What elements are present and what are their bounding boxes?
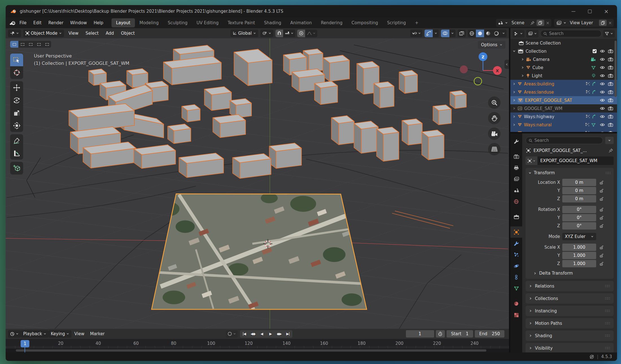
hide-eye-icon[interactable] (600, 74, 605, 78)
playback-menu[interactable]: Playback (21, 330, 49, 338)
current-frame-field[interactable]: 1 (406, 330, 434, 337)
scale-z-field[interactable]: 1.000 (562, 260, 596, 267)
outliner-filter-button[interactable] (603, 30, 615, 37)
hide-eye-icon[interactable] (600, 66, 605, 69)
hide-eye-icon[interactable] (600, 49, 605, 53)
play-button[interactable]: ▶ (266, 330, 275, 338)
timeline-view-menu[interactable]: View (71, 331, 87, 336)
lock-icon[interactable] (598, 245, 605, 249)
checkbox-icon[interactable] (592, 49, 597, 53)
scale-y-field[interactable]: 1.000 (562, 252, 596, 259)
cursor-tool[interactable] (10, 66, 23, 79)
lock-icon[interactable] (598, 216, 605, 220)
outliner-row-collection[interactable]: Collection (510, 47, 617, 55)
pan-button[interactable] (488, 112, 500, 124)
jump-to-end-button[interactable]: ▶| (284, 330, 292, 338)
animate-dot-icon[interactable] (607, 262, 611, 265)
animate-dot-icon[interactable] (607, 189, 611, 192)
tab-object[interactable] (510, 226, 522, 238)
drag-handle[interactable]: ∷∷ (605, 346, 610, 350)
overlays-toggle[interactable] (441, 30, 449, 37)
outliner-row-cube[interactable]: Cube (510, 63, 617, 72)
outliner-display-mode-button[interactable] (513, 30, 524, 37)
menu-add[interactable]: Add (103, 31, 116, 36)
outliner-row-scene-collection[interactable]: Scene Collection (510, 39, 617, 47)
tab-animation[interactable]: Animation (286, 18, 316, 27)
move-tool[interactable] (10, 81, 23, 94)
shading-solid-button[interactable] (476, 30, 484, 37)
render-visibility-icon[interactable] (608, 98, 613, 102)
tab-uv-editing[interactable]: UV Editing (192, 18, 223, 27)
minimize-button[interactable]: — (571, 9, 576, 14)
outliner-row-areas-building[interactable]: Areas:building (510, 80, 617, 88)
close-button[interactable]: × (604, 8, 609, 14)
shading-panel[interactable]: Shading∷∷ (526, 330, 614, 341)
select-box-tool[interactable] (10, 54, 23, 66)
chevron-down-icon[interactable] (233, 332, 236, 335)
scene-selector[interactable]: Scene (496, 19, 551, 27)
timeline-editor-type-button[interactable] (8, 330, 21, 338)
select-intersect-button[interactable] (43, 41, 51, 48)
lock-icon[interactable] (598, 224, 605, 228)
instancing-panel[interactable]: Instancing∷∷ (526, 306, 614, 316)
tab-output[interactable] (510, 162, 522, 173)
view-layer-selector[interactable]: View Layer (554, 19, 614, 27)
rotation-z-field[interactable]: 0° (562, 222, 596, 230)
render-visibility-icon[interactable] (608, 49, 613, 53)
outliner-row-light[interactable]: Light (510, 72, 617, 80)
tab-texture-paint[interactable]: Texture Paint (223, 18, 259, 27)
lock-icon[interactable] (598, 197, 605, 201)
properties-options-button[interactable] (605, 137, 614, 144)
tab-modeling[interactable]: Modeling (135, 18, 163, 27)
timeline-scrollbar[interactable] (6, 348, 509, 352)
navigation-gizmo[interactable]: Z X (459, 50, 503, 89)
expand-chevron-icon[interactable] (513, 99, 516, 102)
hide-eye-icon[interactable] (600, 98, 605, 102)
hide-eye-icon[interactable] (600, 82, 605, 86)
tab-sculpting[interactable]: Sculpting (163, 18, 192, 27)
collections-panel[interactable]: Collections∷∷ (526, 293, 614, 304)
tab-physics[interactable] (510, 260, 522, 272)
render-visibility-icon[interactable] (608, 123, 613, 127)
expand-chevron-icon[interactable] (513, 131, 516, 132)
render-visibility-icon[interactable] (608, 82, 613, 86)
tab-shading[interactable]: Shading (259, 18, 286, 27)
new-scene-button[interactable] (537, 20, 544, 26)
render-visibility-icon[interactable] (608, 74, 613, 78)
select-set-button[interactable] (10, 41, 18, 48)
outliner-search[interactable] (540, 30, 602, 37)
shading-dropdown[interactable] (500, 30, 507, 37)
transform-tool[interactable] (10, 119, 23, 132)
outliner-row-export-google-sat[interactable]: EXPORT_GOOGLE_SAT (510, 96, 617, 104)
render-visibility-icon[interactable] (608, 57, 613, 61)
menu-object[interactable]: Object (118, 31, 137, 36)
orthographic-toggle-button[interactable] (488, 143, 500, 155)
tab-collection[interactable] (510, 211, 522, 222)
rotate-tool[interactable] (10, 94, 23, 107)
outliner-row-ways-natural[interactable]: Ways:natural (510, 121, 617, 129)
drag-handle[interactable]: ∷∷ (605, 334, 610, 338)
tab-compositing[interactable]: Compositing (347, 18, 382, 27)
measure-tool[interactable] (10, 147, 23, 160)
menu-help[interactable]: Help (91, 19, 106, 27)
outliner-row-ways-highway[interactable]: Ways:highway (510, 112, 617, 121)
tab-view-layer[interactable] (510, 173, 522, 185)
frame-start-field[interactable]: Start1 (447, 330, 473, 337)
options-button[interactable]: Options (478, 41, 506, 49)
animate-dot-icon[interactable] (607, 254, 611, 257)
expand-chevron-icon[interactable] (513, 50, 516, 53)
timeline-ruler[interactable]: 1 20 40 60 80 100 120 140 160 180 200 22… (6, 339, 509, 348)
expand-chevron-icon[interactable] (513, 115, 516, 118)
next-keyframe-button[interactable]: ◆▶ (275, 330, 284, 338)
tab-particles[interactable] (510, 249, 522, 260)
new-view-layer-button[interactable] (599, 20, 607, 26)
outliner-filter-id-button[interactable] (526, 30, 539, 37)
maximize-button[interactable] (588, 10, 592, 13)
rotation-mode-dropdown[interactable]: XYZ Euler (562, 233, 596, 240)
menu-view[interactable]: View (66, 31, 81, 36)
outliner-row-areas-landuse[interactable]: Areas:landuse (510, 88, 617, 96)
snap-settings-button[interactable] (283, 30, 295, 37)
mode-selector[interactable]: Object Mode (23, 30, 64, 37)
snap-toggle[interactable] (275, 30, 283, 37)
drag-handle[interactable]: ∷∷ (605, 309, 610, 313)
